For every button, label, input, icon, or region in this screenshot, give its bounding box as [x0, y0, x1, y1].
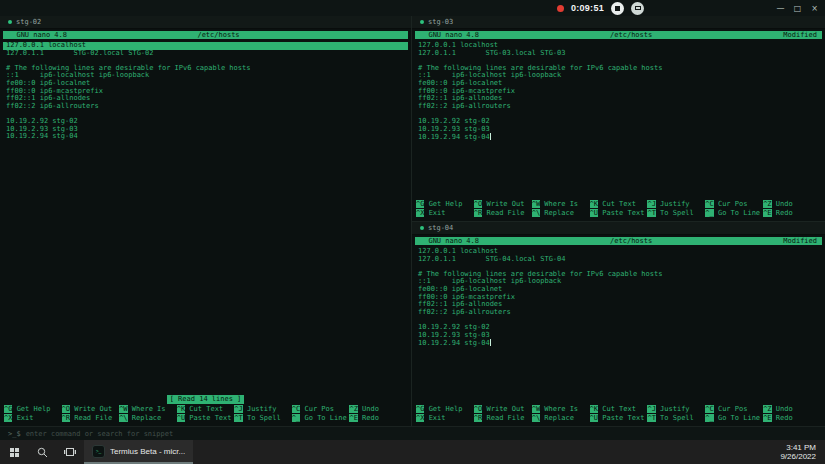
- terminal-content[interactable]: 127.0.0.1 localhost127.0.1.1 STG-04.loca…: [415, 245, 822, 395]
- nano-shortcut-key: ^O: [474, 405, 482, 413]
- nano-shortcut: ^T To Spell: [647, 209, 705, 217]
- connection-status-dot-icon: [8, 20, 12, 24]
- windows-taskbar: >_ Termius Beta - micr... 3:41 PM 9/26/2…: [0, 440, 825, 464]
- nano-shortcut: ^E Redo: [763, 414, 821, 422]
- pane-tab[interactable]: stg-02: [0, 16, 411, 29]
- command-bar[interactable]: >_$ enter command or search for snippet: [0, 426, 825, 440]
- taskbar-app-termius[interactable]: >_ Termius Beta - micr...: [84, 440, 193, 464]
- nano-shortcuts: ^G Get Help^O Write Out^W Where Is^K Cut…: [3, 404, 408, 424]
- nano-version: GNU nano 4.8: [3, 31, 67, 39]
- nano-status-message: [ Read 14 lines ]: [167, 395, 245, 404]
- terminal-line: 127.0.1.1 STG-03.local STG-03: [415, 50, 822, 58]
- nano-shortcut-key: ^K: [590, 200, 598, 208]
- nano-editor: GNU nano 4.8 /etc/hosts Modified 127.0.0…: [412, 235, 825, 426]
- nano-shortcut-key: ^Z: [763, 405, 771, 413]
- terminal-content[interactable]: 127.0.0.1 localhost127.0.1.1 STG-02.loca…: [3, 39, 408, 395]
- tab-label: stg-03: [428, 19, 453, 26]
- nano-shortcut: ^U Paste Text: [590, 414, 648, 422]
- nano-shortcut: ^E Redo: [763, 209, 821, 217]
- clock-time: 3:41 PM: [780, 443, 816, 452]
- nano-editor: GNU nano 4.8 /etc/hosts 127.0.0.1 localh…: [0, 29, 411, 426]
- nano-version: GNU nano 4.8: [415, 237, 479, 245]
- nano-shortcut: ^Z Undo: [349, 405, 407, 413]
- nano-shortcut: ^Z Undo: [763, 405, 821, 413]
- nano-shortcuts: ^G Get Help^O Write Out^W Where Is^K Cut…: [415, 404, 822, 424]
- tab-label: stg-02: [16, 19, 41, 26]
- nano-shortcut-key: ^O: [62, 405, 70, 413]
- start-button[interactable]: [0, 440, 28, 464]
- nano-shortcut: ^X Exit: [416, 209, 474, 217]
- nano-shortcut: ^X Exit: [4, 414, 62, 422]
- nano-statusbar: [415, 190, 822, 199]
- nano-shortcut-key: ^C: [705, 405, 713, 413]
- stop-recording-button[interactable]: [611, 2, 624, 15]
- titlebar: 0:09:51 — □ ×: [0, 0, 825, 16]
- nano-shortcut: ^J Justify: [234, 405, 292, 413]
- terminal-content[interactable]: 127.0.0.1 localhost127.0.1.1 STG-03.loca…: [415, 39, 822, 190]
- recording-timer: 0:09:51: [571, 3, 604, 13]
- nano-shortcut-key: ^X: [416, 209, 424, 217]
- taskbar-search-button[interactable]: [28, 440, 56, 464]
- nano-shortcut-key: ^U: [177, 414, 185, 422]
- screen-record-button[interactable]: [631, 2, 644, 15]
- minimize-button[interactable]: —: [772, 0, 789, 16]
- recording-controls: 0:09:51: [557, 2, 644, 15]
- nano-shortcut: ^C Cur Pos: [705, 405, 763, 413]
- nano-shortcut: ^R Read File: [474, 414, 532, 422]
- terminal-line: ff02::2 ip6-allrouters: [415, 103, 822, 111]
- clock-date: 9/26/2022: [780, 452, 816, 461]
- termius-window: 0:09:51 — □ × stg-02 GNU nano 4.8 /etc/h…: [0, 0, 825, 464]
- nano-shortcut-key: ^W: [532, 200, 540, 208]
- nano-shortcut: ^T To Spell: [647, 414, 705, 422]
- nano-shortcut: ^W Where Is: [119, 405, 177, 413]
- pane-tab[interactable]: stg-03: [412, 16, 825, 29]
- nano-shortcut-key: ^T: [647, 209, 655, 217]
- task-view-button[interactable]: [56, 440, 84, 464]
- nano-shortcut: ^G Get Help: [4, 405, 62, 413]
- nano-shortcut-key: ^R: [474, 209, 482, 217]
- command-input-placeholder: enter command or search for snippet: [26, 430, 174, 438]
- nano-shortcut-key: ^K: [177, 405, 185, 413]
- nano-filename: /etc/hosts: [479, 237, 783, 245]
- nano-shortcut: ^J Justify: [647, 200, 705, 208]
- nano-shortcut-key: ^R: [62, 414, 70, 422]
- nano-shortcut: ^Z Undo: [763, 200, 821, 208]
- terminal-line: ff02::2 ip6-allrouters: [3, 103, 408, 111]
- windows-logo-icon: [10, 448, 19, 457]
- nano-modified-flag: Modified: [783, 237, 822, 245]
- command-prompt: >_$: [8, 430, 21, 438]
- text-cursor: [490, 133, 492, 140]
- maximize-button[interactable]: □: [789, 0, 806, 16]
- tab-label: stg-04: [428, 225, 453, 232]
- nano-shortcut: ^U Paste Text: [177, 414, 235, 422]
- nano-shortcut: ^_ Go To Line: [705, 414, 763, 422]
- nano-shortcut-key: ^E: [763, 209, 771, 217]
- nano-shortcut-key: ^R: [474, 414, 482, 422]
- nano-shortcut-key: ^X: [416, 414, 424, 422]
- terminal-pane-stg-04: stg-04 GNU nano 4.8 /etc/hosts Modified …: [412, 222, 825, 426]
- connection-status-dot-icon: [420, 226, 424, 230]
- stop-icon: [615, 6, 620, 11]
- nano-shortcut: ^U Paste Text: [590, 209, 648, 217]
- nano-statusbar: [ Read 14 lines ]: [3, 395, 408, 404]
- terminal-line: 10.19.2.94 stg-04: [3, 133, 408, 141]
- terminal-line: 10.19.2.93 stg-03: [415, 332, 822, 340]
- nano-shortcut: ^\ Replace: [532, 209, 590, 217]
- pane-tab[interactable]: stg-04: [412, 222, 825, 235]
- taskbar-clock[interactable]: 3:41 PM 9/26/2022: [780, 443, 816, 461]
- nano-shortcut-key: ^X: [4, 414, 12, 422]
- nano-shortcut-key: ^G: [416, 200, 424, 208]
- nano-shortcut: ^R Read File: [474, 209, 532, 217]
- nano-shortcut-key: ^C: [705, 200, 713, 208]
- nano-shortcut: ^O Write Out: [474, 200, 532, 208]
- termius-app-icon: >_: [92, 445, 105, 458]
- nano-shortcut-key: ^_: [292, 414, 300, 422]
- nano-shortcut: ^\ Replace: [532, 414, 590, 422]
- nano-shortcut: ^O Write Out: [62, 405, 120, 413]
- search-icon: [37, 447, 48, 458]
- nano-modified-flag: Modified: [783, 31, 822, 39]
- nano-shortcut: ^X Exit: [416, 414, 474, 422]
- nano-shortcut: ^\ Replace: [119, 414, 177, 422]
- close-button[interactable]: ×: [806, 0, 823, 16]
- task-view-icon: [64, 447, 76, 457]
